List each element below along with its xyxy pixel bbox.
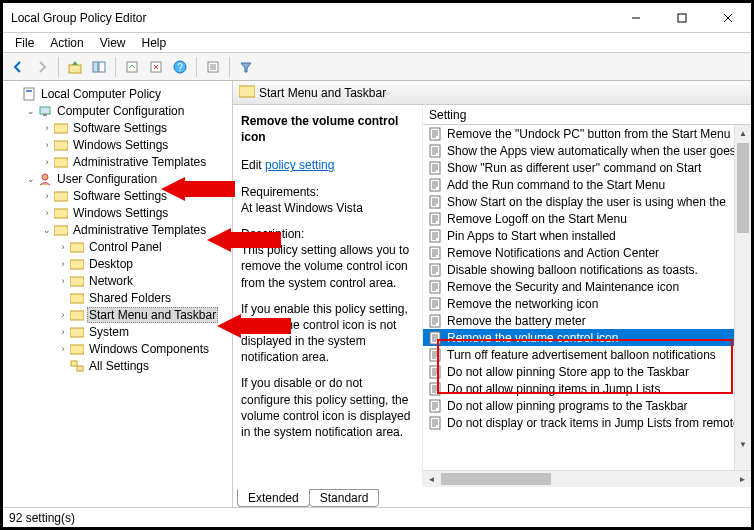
list-column-header[interactable]: Setting <box>423 105 751 125</box>
settings-list-item[interactable]: Show "Run as different user" command on … <box>423 159 751 176</box>
edit-link-row: Edit policy setting <box>241 157 414 173</box>
vertical-scrollbar[interactable]: ▲ ▼ <box>734 125 751 470</box>
settings-list-item[interactable]: Do not allow pinning items in Jump Lists <box>423 380 751 397</box>
policy-item-icon <box>427 194 443 210</box>
properties-button[interactable] <box>202 56 224 78</box>
svg-rect-19 <box>54 124 68 133</box>
show-hide-button[interactable] <box>88 56 110 78</box>
settings-list-item[interactable]: Pin Apps to Start when installed <box>423 227 751 244</box>
svg-rect-23 <box>54 192 68 201</box>
settings-list-item[interactable]: Show the Apps view automatically when th… <box>423 142 751 159</box>
settings-list-item[interactable]: Remove the networking icon <box>423 295 751 312</box>
settings-list-item[interactable]: Do not allow pinning programs to the Tas… <box>423 397 751 414</box>
tab-standard[interactable]: Standard <box>309 489 380 507</box>
settings-list-item-label: Disable showing balloon notifications as… <box>447 263 698 277</box>
menu-file[interactable]: File <box>7 34 42 52</box>
policy-item-icon <box>427 245 443 261</box>
horizontal-scrollbar[interactable]: ◄ ► <box>423 470 751 487</box>
chevron-down-icon[interactable]: ⌄ <box>25 174 37 184</box>
scroll-up-icon[interactable]: ▲ <box>735 125 751 142</box>
menu-view[interactable]: View <box>92 34 134 52</box>
scroll-thumb[interactable] <box>737 143 749 233</box>
tree-item[interactable]: ›Windows Settings <box>3 136 232 153</box>
chevron-icon[interactable]: › <box>57 344 69 354</box>
tree-label: Administrative Templates <box>71 155 208 169</box>
chevron-icon[interactable]: › <box>41 123 53 133</box>
window-title: Local Group Policy Editor <box>3 11 613 25</box>
tree-item[interactable]: Shared Folders <box>3 289 232 306</box>
edit-policy-link[interactable]: policy setting <box>265 158 334 172</box>
tree-root[interactable]: Local Computer Policy <box>3 85 232 102</box>
back-button[interactable] <box>7 56 29 78</box>
scroll-thumb[interactable] <box>441 473 551 485</box>
chevron-icon[interactable]: › <box>57 327 69 337</box>
close-button[interactable] <box>705 3 751 33</box>
svg-rect-24 <box>54 209 68 218</box>
chevron-icon[interactable]: › <box>41 208 53 218</box>
tree-item[interactable]: ›Windows Settings <box>3 204 232 221</box>
help-button[interactable]: ? <box>169 56 191 78</box>
tab-strip: Extended Standard <box>233 487 751 507</box>
settings-list-item[interactable]: Do not allow pinning Store app to the Ta… <box>423 363 751 380</box>
scroll-left-icon[interactable]: ◄ <box>423 475 440 484</box>
settings-list[interactable]: Remove the "Undock PC" button from the S… <box>423 125 751 470</box>
tree-label: Network <box>87 274 135 288</box>
settings-list-item[interactable]: Remove Logoff on the Start Menu <box>423 210 751 227</box>
settings-list-item[interactable]: Remove the volume control icon <box>423 329 751 346</box>
tab-extended[interactable]: Extended <box>237 489 310 507</box>
export-button[interactable] <box>121 56 143 78</box>
tree-item[interactable]: All Settings <box>3 357 232 374</box>
settings-list-item[interactable]: Show Start on the display the user is us… <box>423 193 751 210</box>
tree-item[interactable]: ›Software Settings <box>3 187 232 204</box>
refresh-button[interactable] <box>145 56 167 78</box>
filter-button[interactable] <box>235 56 257 78</box>
tree-item[interactable]: ›Control Panel <box>3 238 232 255</box>
settings-list-item[interactable]: Remove the "Undock PC" button from the S… <box>423 125 751 142</box>
chevron-icon[interactable]: › <box>57 242 69 252</box>
svg-rect-20 <box>54 141 68 150</box>
chevron-icon[interactable]: › <box>41 140 53 150</box>
settings-list-item[interactable]: Remove Notifications and Action Center <box>423 244 751 261</box>
tree-start-menu-taskbar[interactable]: ›Start Menu and Taskbar <box>3 306 232 323</box>
tree-user-config[interactable]: ⌄ User Configuration <box>3 170 232 187</box>
maximize-button[interactable] <box>659 3 705 33</box>
tree-item[interactable]: ›Windows Components <box>3 340 232 357</box>
settings-list-item-label: Show Start on the display the user is us… <box>447 195 726 209</box>
minimize-button[interactable] <box>613 3 659 33</box>
folder-icon <box>69 324 85 340</box>
settings-list-item[interactable]: Turn off feature advertisement balloon n… <box>423 346 751 363</box>
chevron-icon[interactable]: › <box>57 276 69 286</box>
settings-list-item[interactable]: Remove the battery meter <box>423 312 751 329</box>
tree[interactable]: Local Computer Policy ⌄ Computer Configu… <box>3 85 232 503</box>
chevron-down-icon[interactable]: ⌄ <box>25 106 37 116</box>
tree-item[interactable]: ›Administrative Templates <box>3 153 232 170</box>
tree-item[interactable]: ›Desktop <box>3 255 232 272</box>
settings-list-item[interactable]: Add the Run command to the Start Menu <box>423 176 751 193</box>
tree-label: Computer Configuration <box>55 104 186 118</box>
tree-item[interactable]: ›Software Settings <box>3 119 232 136</box>
settings-list-item-label: Do not display or track items in Jump Li… <box>447 416 740 430</box>
up-button[interactable] <box>64 56 86 78</box>
chevron-icon[interactable]: › <box>57 310 69 320</box>
chevron-icon[interactable]: › <box>41 157 53 167</box>
scroll-down-icon[interactable]: ▼ <box>735 436 751 453</box>
edit-label: Edit <box>241 158 262 172</box>
chevron-icon[interactable]: › <box>41 191 53 201</box>
policy-item-icon <box>427 126 443 142</box>
forward-button[interactable] <box>31 56 53 78</box>
settings-list-item[interactable]: Disable showing balloon notifications as… <box>423 261 751 278</box>
settings-list-item[interactable]: Remove the Security and Maintenance icon <box>423 278 751 295</box>
settings-list-item[interactable]: Do not display or track items in Jump Li… <box>423 414 751 431</box>
chevron-icon[interactable]: › <box>57 259 69 269</box>
settings-list-item-label: Remove Logoff on the Start Menu <box>447 212 627 226</box>
tree-computer-config[interactable]: ⌄ Computer Configuration <box>3 102 232 119</box>
menu-action[interactable]: Action <box>42 34 91 52</box>
chevron-down-icon[interactable]: ⌄ <box>41 225 53 235</box>
desc-para-3: If you disable or do not configure this … <box>241 375 414 440</box>
tree-item[interactable]: ›Network <box>3 272 232 289</box>
scroll-right-icon[interactable]: ► <box>734 475 751 484</box>
tree-item[interactable]: ›System <box>3 323 232 340</box>
tree-admin-templates[interactable]: ⌄Administrative Templates <box>3 221 232 238</box>
toolbar-separator <box>115 57 116 77</box>
menu-help[interactable]: Help <box>134 34 175 52</box>
